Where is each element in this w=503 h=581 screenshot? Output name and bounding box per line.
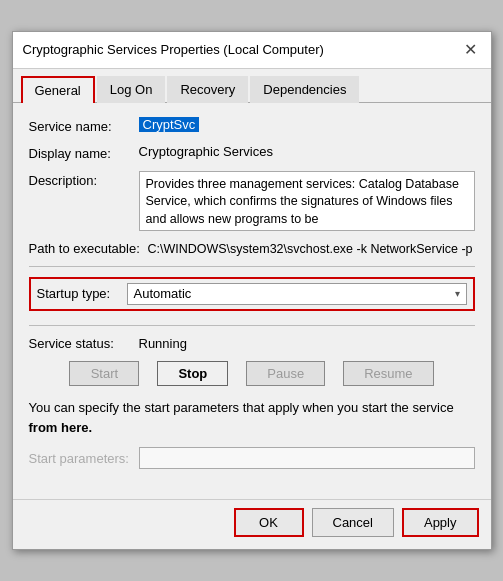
hint-line2: from here. <box>29 420 93 435</box>
stop-button[interactable]: Stop <box>157 361 228 386</box>
tab-general[interactable]: General <box>21 76 95 103</box>
pause-button[interactable]: Pause <box>246 361 325 386</box>
chevron-down-icon: ▾ <box>455 288 460 299</box>
display-name-label: Display name: <box>29 144 139 161</box>
hint-text: You can specify the start parameters tha… <box>29 398 475 438</box>
service-name-row: Service name: CryptSvc <box>29 117 475 134</box>
service-name-label: Service name: <box>29 117 139 134</box>
hint-line1: You can specify the start parameters tha… <box>29 400 454 415</box>
description-value: Provides three management services: Cata… <box>139 171 475 231</box>
start-params-label: Start parameters: <box>29 451 139 466</box>
resume-button[interactable]: Resume <box>343 361 433 386</box>
description-row: Description: Provides three management s… <box>29 171 475 231</box>
apply-button[interactable]: Apply <box>402 508 479 537</box>
path-label: Path to executable: <box>29 241 140 256</box>
tab-bar: General Log On Recovery Dependencies <box>13 69 491 103</box>
tab-dependencies[interactable]: Dependencies <box>250 76 359 103</box>
service-name-selected[interactable]: CryptSvc <box>139 117 200 132</box>
footer-buttons: OK Cancel Apply <box>13 499 491 549</box>
start-params-input[interactable] <box>139 447 475 469</box>
display-name-value: Cryptographic Services <box>139 144 475 159</box>
divider-2 <box>29 325 475 326</box>
path-section: Path to executable: C:\WINDOWS\system32\… <box>29 241 475 256</box>
display-name-row: Display name: Cryptographic Services <box>29 144 475 161</box>
description-label: Description: <box>29 171 139 188</box>
service-control-buttons: Start Stop Pause Resume <box>29 361 475 386</box>
ok-button[interactable]: OK <box>234 508 304 537</box>
close-button[interactable]: ✕ <box>461 40 481 60</box>
window-title: Cryptographic Services Properties (Local… <box>23 42 324 57</box>
tab-logon[interactable]: Log On <box>97 76 166 103</box>
properties-window: Cryptographic Services Properties (Local… <box>12 31 492 551</box>
title-bar: Cryptographic Services Properties (Local… <box>13 32 491 69</box>
cancel-button[interactable]: Cancel <box>312 508 394 537</box>
startup-type-select[interactable]: Automatic ▾ <box>127 283 467 305</box>
service-name-value: CryptSvc <box>139 117 475 132</box>
startup-type-label: Startup type: <box>37 286 127 301</box>
start-params-row: Start parameters: <box>29 447 475 469</box>
tab-content-general: Service name: CryptSvc Display name: Cry… <box>13 103 491 500</box>
path-value: C:\WINDOWS\system32\svchost.exe -k Netwo… <box>147 242 472 256</box>
start-button[interactable]: Start <box>69 361 139 386</box>
startup-type-value: Automatic <box>134 286 192 301</box>
service-status-label: Service status: <box>29 336 139 351</box>
service-status-value: Running <box>139 336 187 351</box>
startup-type-row: Startup type: Automatic ▾ <box>29 277 475 311</box>
service-status-row: Service status: Running <box>29 336 475 351</box>
tab-recovery[interactable]: Recovery <box>167 76 248 103</box>
divider-1 <box>29 266 475 267</box>
